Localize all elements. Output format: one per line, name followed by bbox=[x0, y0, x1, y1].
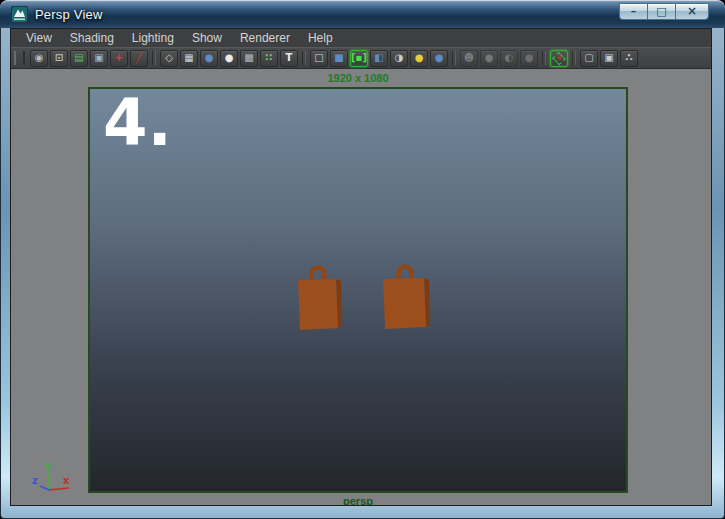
ssao-icon[interactable]: ● bbox=[480, 50, 498, 67]
bookmarks-icon[interactable]: ▤ bbox=[70, 50, 88, 67]
wireframe-icon-glyph: ◇ bbox=[165, 53, 173, 63]
camera-name-label: persp bbox=[88, 495, 628, 506]
z-axis-label: z bbox=[32, 475, 38, 486]
shopping-bag-right[interactable] bbox=[383, 267, 430, 330]
pan-zoom-2d-icon-glyph: + bbox=[115, 53, 123, 63]
shaded-cube-icon[interactable]: ■ bbox=[330, 50, 348, 67]
maya-logo-icon bbox=[11, 6, 28, 23]
flat-shade-icon[interactable]: ● bbox=[220, 50, 238, 67]
motion-blur-icon-glyph: ◐ bbox=[505, 53, 514, 63]
x-axis-line bbox=[49, 488, 69, 490]
depth-of-field-icon-glyph: ● bbox=[525, 53, 534, 63]
viewport-panel: 1920 x 1080 4. bbox=[11, 69, 711, 505]
scene-objects[interactable] bbox=[90, 89, 626, 491]
use-default-material-icon[interactable]: □ bbox=[310, 50, 328, 67]
panel-toolbar: ◉⊡▤▣+╱◇▦●●▩∷T□■[▪]◧◑●●☻●◐●➤▢▣∴ bbox=[11, 47, 711, 69]
title-bar[interactable]: Persp View – □ × bbox=[0, 0, 725, 28]
camera-attributes-icon[interactable]: ⊡ bbox=[50, 50, 68, 67]
object-selection-marquee-icon-glyph: ➤ bbox=[552, 51, 565, 64]
bookmarks-icon-glyph: ▤ bbox=[74, 53, 83, 63]
z-axis-line bbox=[40, 486, 49, 490]
depth-of-field-icon[interactable]: ● bbox=[520, 50, 538, 67]
smooth-shade-all-icon[interactable]: ▦ bbox=[180, 50, 198, 67]
use-all-lights-icon-glyph: ◑ bbox=[395, 53, 404, 63]
window-title: Persp View bbox=[35, 7, 103, 22]
panel-layouts-icon-glyph: ▣ bbox=[604, 53, 613, 63]
grease-pencil-icon[interactable]: ╱ bbox=[130, 50, 148, 67]
shopping-bag-left[interactable] bbox=[298, 268, 342, 331]
close-button[interactable]: × bbox=[675, 3, 709, 20]
smooth-shade-all-icon-glyph: ▦ bbox=[184, 53, 193, 63]
x-ray-icon[interactable]: ▩ bbox=[240, 50, 258, 67]
toolbar-separator bbox=[542, 51, 546, 65]
x-ray-joints-icon[interactable]: ∷ bbox=[260, 50, 278, 67]
grease-pencil-icon-glyph: ╱ bbox=[136, 53, 142, 63]
shaded-sphere-icon[interactable]: ● bbox=[200, 50, 218, 67]
use-default-material-icon-glyph: □ bbox=[314, 53, 323, 63]
axis-gizmo: y x z bbox=[25, 459, 75, 497]
menu-item-show[interactable]: Show bbox=[183, 29, 231, 47]
select-camera-icon-glyph: ◉ bbox=[35, 53, 44, 63]
toolbar-separator bbox=[302, 51, 306, 65]
persp-view-window: Persp View – □ × ViewShadingLightingShow… bbox=[0, 0, 725, 519]
isolate-select-icon-glyph: [▪] bbox=[351, 53, 367, 63]
perspective-viewport[interactable]: 4. bbox=[88, 87, 628, 493]
menu-item-shading[interactable]: Shading bbox=[61, 29, 123, 47]
isolate-select-icon[interactable]: [▪] bbox=[350, 50, 368, 67]
pan-zoom-2d-icon[interactable]: + bbox=[110, 50, 128, 67]
x-ray-icon-glyph: ▩ bbox=[244, 53, 253, 63]
toolbar-separator bbox=[152, 51, 156, 65]
flat-shade-icon-glyph: ● bbox=[225, 53, 234, 63]
motion-blur-icon[interactable]: ◐ bbox=[500, 50, 518, 67]
menu-bar: ViewShadingLightingShowRendererHelp bbox=[11, 29, 711, 47]
menu-item-lighting[interactable]: Lighting bbox=[123, 29, 183, 47]
scene-cube-icon[interactable]: ▢ bbox=[580, 50, 598, 67]
default-light-icon-glyph: ● bbox=[415, 53, 424, 63]
panel-content: ViewShadingLightingShowRendererHelp ◉⊡▤▣… bbox=[10, 28, 712, 506]
image-plane-icon-glyph: ▣ bbox=[94, 53, 103, 63]
wireframe-icon[interactable]: ◇ bbox=[160, 50, 178, 67]
menu-item-view[interactable]: View bbox=[17, 29, 61, 47]
window-controls: – □ × bbox=[619, 3, 709, 20]
image-plane-icon[interactable]: ▣ bbox=[90, 50, 108, 67]
maximize-button[interactable]: □ bbox=[647, 3, 675, 20]
minimize-button[interactable]: – bbox=[619, 3, 647, 20]
object-selection-marquee-icon[interactable]: ➤ bbox=[550, 50, 568, 67]
textured-icon[interactable]: T bbox=[280, 50, 298, 67]
menu-item-renderer[interactable]: Renderer bbox=[231, 29, 299, 47]
camera-attributes-icon-glyph: ⊡ bbox=[55, 53, 63, 63]
scene-cube-icon-glyph: ▢ bbox=[584, 53, 593, 63]
node-network-icon-glyph: ∴ bbox=[626, 53, 633, 63]
resolution-gate-label: 1920 x 1080 bbox=[88, 72, 628, 84]
two-point-light-icon-glyph: ● bbox=[435, 53, 444, 63]
textured-cube-icon-glyph: ◧ bbox=[374, 53, 383, 63]
y-axis-label: y bbox=[45, 460, 52, 471]
textured-cube-icon[interactable]: ◧ bbox=[370, 50, 388, 67]
use-all-lights-icon[interactable]: ◑ bbox=[390, 50, 408, 67]
textured-icon-glyph: T bbox=[286, 53, 293, 63]
x-axis-label: x bbox=[63, 475, 70, 486]
ssao-icon-glyph: ● bbox=[485, 53, 494, 63]
shadows-icon[interactable]: ☻ bbox=[460, 50, 478, 67]
shaded-cube-icon-glyph: ■ bbox=[334, 53, 343, 63]
two-point-light-icon[interactable]: ● bbox=[430, 50, 448, 67]
toolbar-drag-handle[interactable] bbox=[14, 51, 25, 65]
shaded-sphere-icon-glyph: ● bbox=[205, 53, 214, 63]
x-ray-joints-icon-glyph: ∷ bbox=[266, 53, 273, 63]
toolbar-separator bbox=[452, 51, 456, 65]
panel-layouts-icon[interactable]: ▣ bbox=[600, 50, 618, 67]
default-light-icon[interactable]: ● bbox=[410, 50, 428, 67]
toolbar-separator bbox=[572, 51, 576, 65]
select-camera-icon[interactable]: ◉ bbox=[30, 50, 48, 67]
menu-item-help[interactable]: Help bbox=[299, 29, 342, 47]
node-network-icon[interactable]: ∴ bbox=[620, 50, 638, 67]
shadows-icon-glyph: ☻ bbox=[464, 53, 474, 63]
